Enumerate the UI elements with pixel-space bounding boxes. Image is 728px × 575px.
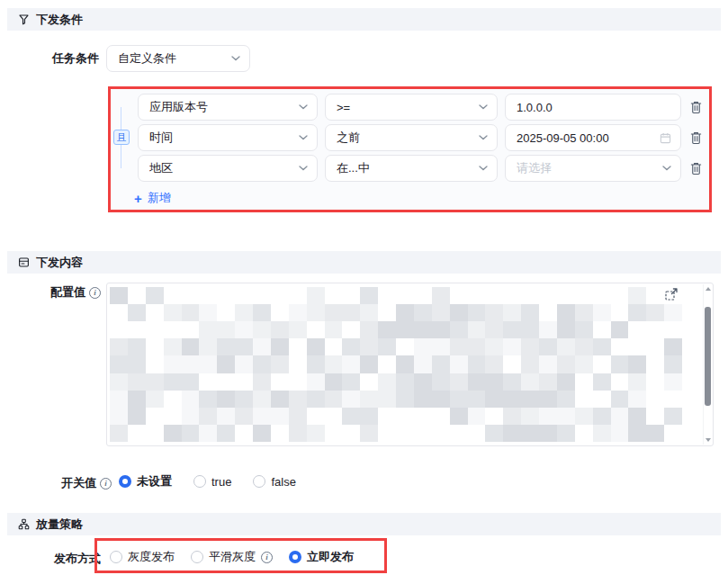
operator-value: 在...中 xyxy=(337,160,473,176)
radio-label: 灰度发布 xyxy=(128,549,175,565)
operator-value: >= xyxy=(337,101,473,114)
add-condition-label: 新增 xyxy=(148,190,171,206)
scrollbar-thumb[interactable] xyxy=(705,307,711,406)
calendar-icon xyxy=(660,132,671,144)
task-condition-label: 任务条件 xyxy=(0,50,99,67)
release-method-radio-group: 灰度发布 平滑灰度 i 立即发布 xyxy=(110,549,354,565)
condition-value-input[interactable] xyxy=(505,94,681,121)
radio-not-set[interactable]: 未设置 xyxy=(119,473,172,490)
delete-condition-button[interactable] xyxy=(688,99,704,115)
radio-label: true xyxy=(211,475,231,489)
chevron-down-icon xyxy=(479,166,488,171)
switch-value-radio-group: 未设置 true false xyxy=(119,473,296,490)
section-title: 下发内容 xyxy=(36,255,83,271)
field-value: 应用版本号 xyxy=(149,99,293,115)
condition-value-select[interactable]: 请选择 xyxy=(505,155,681,182)
radio-false[interactable]: false xyxy=(253,475,295,489)
config-value-label: 配置值 i xyxy=(0,284,101,301)
page: 下发条件 任务条件 自定义条件 且 应用版本号 >= 时间 之前 xyxy=(0,0,728,575)
section-header-delivery-content: 下发内容 xyxy=(7,251,721,274)
radio-immediate-release[interactable]: 立即发布 xyxy=(289,549,354,565)
radio-icon xyxy=(193,475,206,488)
delete-condition-button[interactable] xyxy=(688,130,704,146)
info-icon[interactable]: i xyxy=(261,552,273,563)
field-value: 地区 xyxy=(149,160,293,176)
info-icon[interactable]: i xyxy=(100,478,112,490)
hierarchy-icon xyxy=(17,518,30,531)
condition-operator-select[interactable]: >= xyxy=(325,94,498,121)
radio-icon xyxy=(110,551,122,563)
chevron-down-icon xyxy=(479,135,488,140)
task-condition-value: 自定义条件 xyxy=(118,50,226,67)
field-value: 时间 xyxy=(149,130,293,146)
chevron-down-icon xyxy=(231,56,240,61)
and-connector-badge[interactable]: 且 xyxy=(113,130,130,145)
chevron-down-icon xyxy=(662,166,671,171)
radio-label: 平滑灰度 xyxy=(209,549,256,565)
section-header-rollout-strategy: 放量策略 xyxy=(7,513,721,535)
select-placeholder: 请选择 xyxy=(517,160,657,176)
chevron-down-icon xyxy=(299,166,308,171)
scrollbar[interactable] xyxy=(703,284,712,445)
scroll-up-icon[interactable] xyxy=(706,287,711,291)
expand-icon[interactable] xyxy=(663,286,679,301)
section-title: 放量策略 xyxy=(36,517,83,533)
chevron-down-icon xyxy=(299,104,308,110)
condition-field-select[interactable]: 应用版本号 xyxy=(138,94,318,121)
chevron-down-icon xyxy=(299,135,308,140)
switch-value-label: 开关值 i xyxy=(0,475,112,491)
condition-operator-select[interactable]: 之前 xyxy=(325,124,498,151)
plus-icon: + xyxy=(134,193,142,204)
form-icon xyxy=(17,256,30,269)
condition-field-select[interactable]: 地区 xyxy=(138,155,318,182)
config-value-editor[interactable] xyxy=(106,283,714,446)
date-value: 2025-09-05 00:00 xyxy=(517,131,654,145)
radio-icon xyxy=(289,551,301,563)
radio-icon xyxy=(191,551,203,563)
redacted-content xyxy=(110,287,682,442)
section-title: 下发条件 xyxy=(36,12,83,28)
operator-value: 之前 xyxy=(337,130,473,146)
scroll-down-icon[interactable] xyxy=(706,438,711,442)
condition-operator-select[interactable]: 在...中 xyxy=(325,155,498,182)
radio-smooth-gray[interactable]: 平滑灰度 i xyxy=(191,549,273,565)
chevron-down-icon xyxy=(479,104,488,110)
radio-label: false xyxy=(271,475,295,489)
switch-value-label-text: 开关值 xyxy=(61,475,96,491)
radio-true[interactable]: true xyxy=(193,475,231,489)
section-header-delivery-conditions: 下发条件 xyxy=(7,8,721,31)
delete-condition-button[interactable] xyxy=(688,160,704,176)
add-condition-button[interactable]: + 新增 xyxy=(134,190,171,206)
condition-date-input[interactable]: 2025-09-05 00:00 xyxy=(505,124,681,151)
radio-gray-release[interactable]: 灰度发布 xyxy=(110,549,175,565)
config-value-label-text: 配置值 xyxy=(50,284,85,301)
radio-icon xyxy=(119,475,131,488)
task-condition-select[interactable]: 自定义条件 xyxy=(106,45,250,72)
info-icon[interactable]: i xyxy=(89,287,101,299)
radio-label: 立即发布 xyxy=(307,549,354,565)
radio-label: 未设置 xyxy=(137,473,172,490)
condition-field-select[interactable]: 时间 xyxy=(138,124,318,151)
radio-icon xyxy=(253,475,265,488)
funnel-icon xyxy=(17,13,30,26)
release-method-label: 发布方式 xyxy=(0,551,101,567)
